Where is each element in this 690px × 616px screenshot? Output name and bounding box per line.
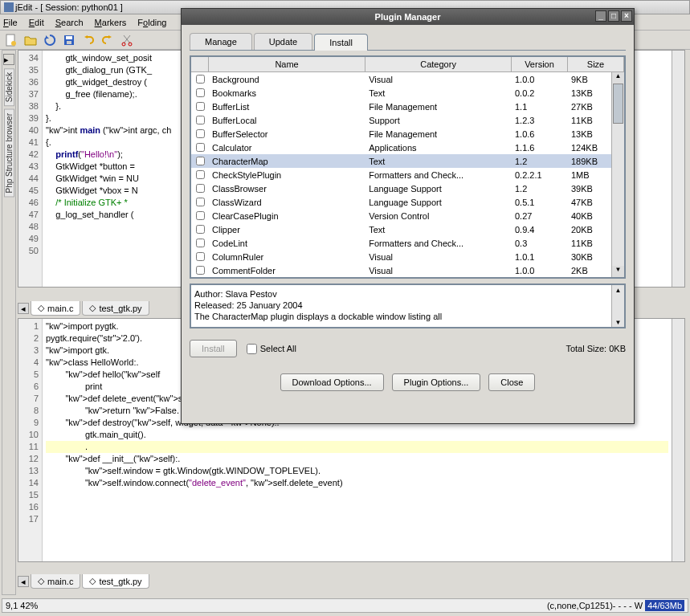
row-checkbox[interactable]	[196, 225, 205, 234]
dialog-title: Plugin Manager	[375, 12, 441, 22]
row-checkbox[interactable]	[196, 102, 205, 111]
close-icon[interactable]: ×	[621, 10, 632, 22]
tab-main-c[interactable]: ◇ main.c	[31, 301, 80, 316]
scroll-thumb[interactable]	[613, 84, 623, 124]
table-row[interactable]: CommentFolderVisual1.0.02KB	[191, 263, 624, 277]
tab-main-c[interactable]: ◇ main.c	[31, 574, 80, 589]
row-category: Language Support	[365, 197, 512, 208]
svg-rect-5	[67, 41, 71, 44]
row-version: 1.1	[512, 101, 568, 112]
dialog-titlebar[interactable]: Plugin Manager _ □ ×	[182, 9, 634, 25]
table-row[interactable]: BufferLocalSupport1.2.311KB	[191, 113, 624, 127]
scrollbar[interactable]	[672, 51, 684, 287]
row-version: 1.2	[512, 156, 568, 167]
menu-search[interactable]: Search	[55, 18, 84, 27]
row-checkbox[interactable]	[196, 157, 205, 165]
row-name: CheckStylePlugin	[209, 169, 365, 181]
row-checkbox[interactable]	[196, 129, 205, 138]
row-checkbox[interactable]	[196, 252, 205, 261]
undo-icon[interactable]	[80, 32, 96, 48]
table-row[interactable]: CalculatorApplications1.1.6124KB	[191, 141, 624, 154]
scroll-up-icon[interactable]: ▲	[612, 72, 624, 84]
row-checkbox[interactable]	[196, 75, 205, 84]
row-category: Language Support	[365, 183, 512, 194]
row-category: Visual	[365, 265, 512, 276]
menu-markers[interactable]: Markers	[95, 18, 127, 27]
table-row[interactable]: BackgroundVisual1.0.09KB	[191, 72, 624, 86]
table-row[interactable]: CodeLintFormatters and Check...0.311KB	[191, 236, 624, 250]
tab-update[interactable]: Update	[254, 33, 312, 50]
select-all-input[interactable]	[247, 344, 257, 354]
table-row[interactable]: BufferSelectorFile Management1.0.613KB	[191, 127, 624, 141]
menu-file[interactable]: File	[3, 18, 18, 27]
plugin-options-button[interactable]: Plugin Options...	[392, 373, 481, 391]
tab-prev-icon[interactable]: ◂	[18, 576, 29, 587]
scrollbar[interactable]	[672, 319, 684, 561]
col-name[interactable]: Name	[209, 57, 365, 71]
sidebar-toggle-icon[interactable]: ▸	[3, 54, 14, 65]
table-row[interactable]: ClipperText0.9.420KB	[191, 222, 624, 236]
dialog-tabs: Manage Update Install	[190, 33, 626, 51]
col-size[interactable]: Size	[568, 57, 624, 71]
table-scrollbar[interactable]: ▲ ▼	[611, 72, 624, 277]
maximize-icon[interactable]: □	[608, 10, 619, 22]
row-checkbox[interactable]	[196, 170, 205, 179]
row-name: BufferList	[209, 101, 365, 112]
cut-icon[interactable]	[119, 32, 135, 48]
plugin-description: Author: Slava Pestov Released: 25 Januar…	[190, 284, 626, 328]
table-row[interactable]: CharacterMapText1.2189KB	[191, 154, 624, 168]
select-all-checkbox[interactable]: Select All	[247, 344, 296, 354]
row-category: Text	[365, 224, 512, 235]
table-row[interactable]: ColumnRulerVisual1.0.130KB	[191, 250, 624, 263]
close-button[interactable]: Close	[488, 373, 535, 391]
sidebar-tab-sidekick[interactable]: Sidekick	[4, 68, 14, 106]
redo-icon[interactable]	[100, 32, 116, 48]
tab-install[interactable]: Install	[314, 34, 368, 51]
table-row[interactable]: ClearCasePluginVersion Control0.2740KB	[191, 209, 624, 222]
scroll-down-icon[interactable]: ▼	[612, 266, 624, 277]
menu-folding[interactable]: Folding	[137, 18, 166, 27]
save-icon[interactable]	[61, 32, 77, 48]
row-version: 1.0.1	[512, 251, 568, 263]
tab-manage[interactable]: Manage	[190, 33, 252, 50]
row-name: CommentFolder	[209, 265, 365, 276]
app-icon	[4, 2, 14, 12]
row-checkbox[interactable]	[196, 266, 205, 275]
row-name: ColumnRuler	[209, 251, 365, 263]
row-name: Bookmarks	[209, 88, 365, 99]
row-category: Text	[365, 88, 512, 99]
row-checkbox[interactable]	[196, 239, 205, 247]
col-check[interactable]	[191, 57, 209, 71]
table-row[interactable]: BufferListFile Management1.127KB	[191, 100, 624, 113]
tab-test-gtk[interactable]: ◇ test_gtk.py	[82, 301, 149, 316]
reload-icon[interactable]	[42, 32, 58, 48]
row-version: 1.2.3	[512, 115, 568, 126]
install-button[interactable]: Install	[190, 340, 237, 357]
col-version[interactable]: Version	[512, 57, 568, 71]
desc-scrollbar[interactable]: ▲ ▼	[611, 285, 624, 327]
col-category[interactable]: Category	[365, 57, 512, 71]
minimize-icon[interactable]: _	[595, 10, 606, 22]
plugin-table: Name Category Version Size BackgroundVis…	[190, 55, 626, 279]
menu-edit[interactable]: Edit	[29, 18, 44, 27]
table-row[interactable]: CheckStylePluginFormatters and Check...0…	[191, 168, 624, 182]
row-checkbox[interactable]	[196, 88, 205, 97]
tab-test-gtk[interactable]: ◇ test_gtk.py	[82, 574, 149, 589]
row-checkbox[interactable]	[196, 211, 205, 220]
download-options-button[interactable]: Download Options...	[280, 373, 384, 391]
table-row[interactable]: ClassWizardLanguage Support0.5.147KB	[191, 195, 624, 209]
tab-prev-icon[interactable]: ◂	[18, 303, 29, 314]
new-file-icon[interactable]	[3, 32, 19, 48]
row-category: Visual	[365, 251, 512, 263]
row-checkbox[interactable]	[196, 184, 205, 193]
table-row[interactable]: BookmarksText0.0.213KB	[191, 86, 624, 100]
sidebar-tab-php[interactable]: Php Structure browser	[4, 109, 14, 198]
plugin-manager-dialog: Plugin Manager _ □ × Manage Update Insta…	[181, 8, 635, 424]
row-checkbox[interactable]	[196, 143, 205, 152]
row-category: Visual	[365, 74, 512, 85]
row-checkbox[interactable]	[196, 198, 205, 206]
line-gutter: 1234567891011121314151617	[18, 319, 43, 561]
row-checkbox[interactable]	[196, 116, 205, 124]
table-row[interactable]: ClassBrowserLanguage Support1.239KB	[191, 182, 624, 195]
open-file-icon[interactable]	[22, 32, 39, 48]
